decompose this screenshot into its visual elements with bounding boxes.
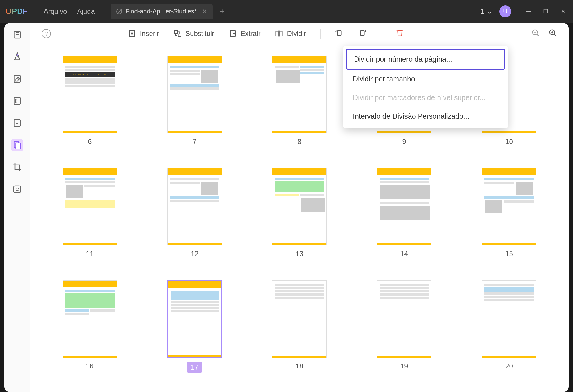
toolbar: ? Inserir Substituir Extrair Dividir [30,23,569,44]
rotate-left-button[interactable] [335,29,344,38]
sidebar [4,23,30,392]
thumbnail-image [377,280,431,358]
add-tab-button[interactable]: + [220,7,224,16]
page-thumbnail[interactable]: 17 [152,280,237,381]
svg-rect-8 [16,143,20,149]
svg-rect-16 [338,30,341,36]
page-thumbnail[interactable]: 8 [257,56,342,154]
content-area: ? Inserir Substituir Extrair Dividir [30,23,569,392]
minimize-button[interactable]: — [524,8,533,15]
extract-label: Extrair [241,30,260,38]
divider [320,29,321,39]
thumbnail-image [63,280,117,358]
replace-label: Substituir [185,30,214,38]
rotate-right-button[interactable] [358,29,367,38]
page-thumbnail[interactable]: 7 [152,56,237,154]
page-thumbnail[interactable]: 12 [152,168,237,266]
help-icon[interactable]: ? [42,29,51,38]
page-number-label: 6 [88,138,92,146]
insert-label: Inserir [140,30,159,38]
svg-rect-12 [178,34,181,37]
page-thumbnail[interactable]: 13 [257,168,342,266]
redact-tool-icon[interactable] [11,183,23,195]
tab-title: Find-and-Ap...er-Studies* [125,8,197,15]
page-number-label: 18 [296,362,303,370]
form-tool-icon[interactable] [11,95,23,107]
document-tab[interactable]: Find-and-Ap...er-Studies* ✕ [111,4,213,19]
thumbnail-image [167,56,222,133]
split-by-bookmarks: Dividir por marcadores de nível superior… [346,88,505,107]
page-number-label: 7 [193,138,196,146]
page-number-label: 14 [400,250,408,258]
svg-rect-17 [361,30,364,36]
close-icon[interactable]: ✕ [202,8,207,15]
highlight-tool-icon[interactable] [11,51,23,63]
page-number-label: 11 [86,250,94,258]
svg-rect-9 [14,186,21,193]
thumbnail-image: Looking Into the Top 10 Subject Majors T… [63,56,117,133]
organize-tool-icon[interactable] [11,139,23,151]
page-thumbnail[interactable]: 14 [362,168,447,266]
crop-tool-icon[interactable] [11,161,23,173]
user-avatar[interactable]: U [499,5,511,17]
page-number-label: 9 [402,138,406,146]
page-number-label: 20 [505,362,513,370]
extract-button[interactable]: Extrair [229,29,260,38]
page-number-label: 8 [297,138,301,146]
svg-rect-15 [280,31,282,36]
insert-button[interactable]: Inserir [128,29,159,38]
sign-tool-icon[interactable] [11,117,23,129]
page-number-label: 12 [191,250,198,258]
page-thumbnail[interactable]: 15 [467,168,551,266]
edit-tool-icon[interactable] [11,73,23,85]
page-number-label: 13 [296,250,303,258]
titlebar: UPDF Arquivo Ajuda Find-and-Ap...er-Stud… [0,0,573,23]
page-thumbnail[interactable]: 19 [362,280,447,381]
app-logo: UPDF [6,7,28,16]
delete-button[interactable] [396,29,404,38]
split-custom-range[interactable]: Intervalo de Divisão Personalizado... [346,107,505,126]
page-thumbnail[interactable]: 20 [467,280,551,381]
page-number: 1 [480,7,484,15]
thumbnail-image [167,280,222,358]
split-button[interactable]: Dividir [275,29,306,38]
page-thumbnail[interactable]: 11 [47,168,132,266]
svg-rect-14 [276,31,278,36]
thumbnail-image [167,168,222,245]
page-number-label: 19 [400,362,408,370]
thumbnail-image [272,280,327,358]
replace-button[interactable]: Substituir [173,29,214,38]
split-by-page-number[interactable]: Dividir por número da página... [346,49,505,70]
page-number-label: 15 [505,250,513,258]
thumbnail-image [482,168,536,245]
split-dropdown: Dividir por número da página... Dividir … [343,46,508,128]
menu-help[interactable]: Ajuda [77,7,95,15]
menu-file[interactable]: Arquivo [44,7,67,15]
thumbnail-image [272,56,327,133]
zoom-out-button[interactable] [531,29,540,38]
close-button[interactable]: ✕ [559,8,567,15]
main-area: ? Inserir Substituir Extrair Dividir [4,23,569,392]
split-by-size[interactable]: Dividir por tamanho... [346,70,505,88]
page-thumbnail[interactable]: 16 [47,280,132,381]
reader-tool-icon[interactable] [11,29,23,41]
maximize-button[interactable]: ☐ [541,8,550,15]
tab-document-icon [116,9,122,14]
split-label: Dividir [287,30,306,38]
page-thumbnail[interactable]: Looking Into the Top 10 Subject Majors T… [47,56,132,154]
thumbnail-image [482,280,536,358]
thumbnail-image [63,168,117,245]
page-thumbnail[interactable]: 18 [257,280,342,381]
page-indicator[interactable]: 1 ⌄ [480,7,492,15]
zoom-in-button[interactable] [549,29,557,38]
svg-rect-11 [175,30,177,33]
chevron-down-icon: ⌄ [486,7,492,15]
page-number-label: 10 [505,138,513,146]
page-number-label: 16 [86,362,94,370]
page-number-label: 17 [187,362,202,373]
thumbnail-image [377,168,431,245]
svg-rect-6 [14,120,20,126]
thumbnail-image [272,168,327,245]
svg-point-5 [15,102,16,103]
divider [36,7,36,16]
